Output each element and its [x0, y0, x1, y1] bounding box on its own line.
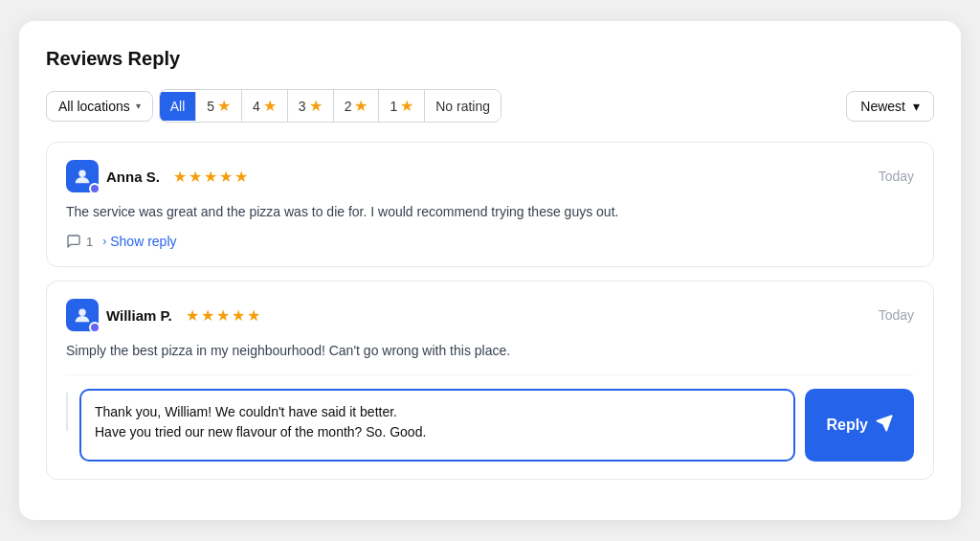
filter-3-star: ★ [309, 97, 323, 115]
review-date-1: Today [879, 169, 914, 184]
filter-1-label: 1 [390, 99, 397, 114]
star-2-2: ★ [201, 306, 214, 325]
svg-point-1 [78, 170, 85, 177]
reviewer-name-2: William P. [106, 307, 172, 324]
comment-icon-1 [66, 234, 81, 249]
reply-connector [66, 389, 68, 431]
rating-filters: All 5 ★ 4 ★ 3 ★ 2 ★ [159, 89, 501, 123]
review-header-2: William P. ★ ★ ★ ★ ★ Today [66, 299, 914, 331]
star-1-3: ★ [204, 168, 217, 186]
avatar-2 [66, 299, 99, 331]
review-header-1: Anna S. ★ ★ ★ ★ ★ Today [66, 160, 914, 192]
sort-label: Newest [860, 99, 905, 114]
show-reply-button-1[interactable]: › Show reply [102, 234, 176, 249]
review-actions-1: 1 › Show reply [66, 234, 914, 249]
filter-5-star: ★ [217, 97, 231, 115]
avatar-1 [66, 160, 99, 192]
filter-no-rating[interactable]: No rating [425, 92, 501, 121]
chevron-right-icon-1: › [102, 235, 106, 248]
filter-all-label: All [170, 99, 186, 114]
filter-3-label: 3 [299, 99, 306, 114]
filter-1[interactable]: 1 ★ [379, 90, 425, 122]
sort-chevron-icon: ▾ [913, 99, 920, 114]
filter-2-star: ★ [354, 97, 368, 115]
filter-1-star: ★ [400, 97, 413, 115]
star-2-3: ★ [216, 306, 230, 325]
filter-no-rating-label: No rating [435, 99, 490, 114]
star-2-5: ★ [247, 306, 260, 325]
page-title: Reviews Reply [46, 48, 934, 70]
reply-section-2: Thank you, William! We couldn't have sai… [66, 374, 914, 462]
stars-1: ★ ★ ★ ★ ★ [173, 168, 248, 186]
filter-all[interactable]: All [160, 92, 197, 121]
star-2-1: ★ [186, 306, 199, 325]
filter-4[interactable]: 4 ★ [242, 90, 288, 122]
comment-count-1: 1 [66, 234, 93, 249]
filter-5[interactable]: 5 ★ [196, 90, 242, 122]
reply-button[interactable]: Reply [805, 389, 914, 462]
filter-5-label: 5 [207, 99, 214, 114]
stars-2: ★ ★ ★ ★ ★ [186, 306, 260, 325]
send-svg-icon [876, 415, 893, 432]
review-text-2: Simply the best pizza in my neighbourhoo… [66, 341, 914, 361]
filter-4-label: 4 [253, 99, 260, 114]
reply-line [66, 393, 68, 431]
show-reply-label-1: Show reply [110, 234, 176, 249]
comment-count-label-1: 1 [86, 235, 93, 249]
review-date-2: Today [879, 307, 914, 323]
filter-2-label: 2 [345, 99, 352, 114]
location-label: All locations [58, 99, 130, 114]
filters-left: All locations ▾ All 5 ★ 4 ★ 3 ★ [46, 89, 501, 123]
avatar-badge-2 [89, 322, 100, 333]
filters-row: All locations ▾ All 5 ★ 4 ★ 3 ★ [46, 89, 934, 123]
location-chevron-icon: ▾ [136, 101, 141, 111]
star-1-5: ★ [234, 168, 248, 186]
review-text-1: The service was great and the pizza was … [66, 202, 914, 222]
star-1-2: ★ [189, 168, 202, 186]
reply-textarea[interactable]: Thank you, William! We couldn't have sai… [79, 389, 795, 462]
review-card-2: William P. ★ ★ ★ ★ ★ Today Simply the be… [46, 281, 934, 480]
star-2-4: ★ [232, 306, 245, 325]
sort-dropdown[interactable]: Newest ▾ [846, 91, 934, 122]
review-card-1: Anna S. ★ ★ ★ ★ ★ Today The service was … [46, 142, 934, 267]
reviewer-header-left-1: Anna S. ★ ★ ★ ★ ★ [66, 160, 248, 192]
location-dropdown[interactable]: All locations ▾ [46, 91, 153, 122]
svg-marker-5 [878, 417, 892, 431]
reviewer-name-1: Anna S. [106, 169, 160, 185]
filter-2[interactable]: 2 ★ [334, 90, 380, 122]
reply-button-label: Reply [826, 417, 868, 434]
reviews-reply-card: Reviews Reply All locations ▾ All 5 ★ 4 … [19, 21, 961, 520]
reviewer-header-left-2: William P. ★ ★ ★ ★ ★ [66, 299, 260, 331]
star-1-4: ★ [219, 168, 233, 186]
avatar-badge-1 [89, 183, 100, 194]
star-1-1: ★ [173, 168, 187, 186]
filter-4-star: ★ [263, 97, 277, 115]
send-icon [876, 415, 893, 436]
svg-point-3 [78, 309, 85, 316]
filter-3[interactable]: 3 ★ [288, 90, 334, 122]
reply-input-wrapper: Thank you, William! We couldn't have sai… [79, 389, 914, 462]
